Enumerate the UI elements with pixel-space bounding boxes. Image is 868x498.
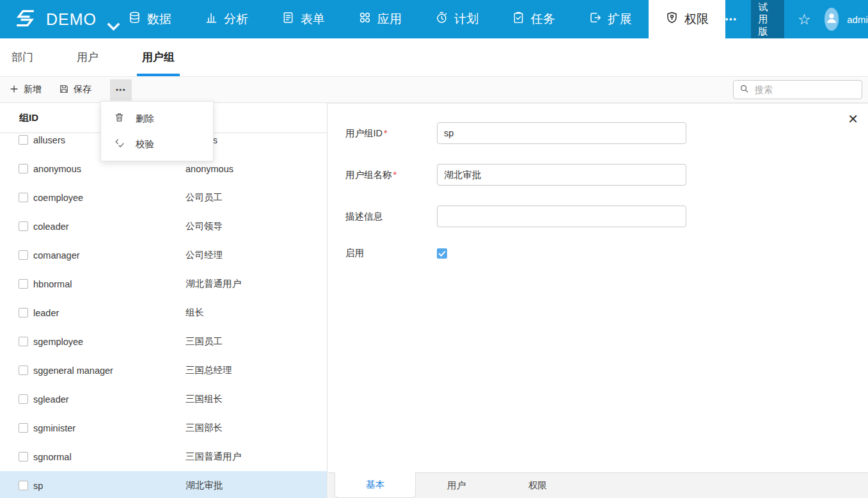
nav-item-schedule[interactable]: 计划 bbox=[418, 0, 495, 38]
group-id-cell: leader bbox=[33, 308, 59, 318]
form-field-group-name: 用户组名称* bbox=[345, 164, 686, 186]
nav-item-extension[interactable]: 扩展 bbox=[572, 0, 649, 38]
required-asterisk: * bbox=[393, 170, 397, 180]
trial-badge: 试用版 bbox=[751, 0, 784, 41]
group-row[interactable]: coemployee 公司员工 bbox=[0, 183, 327, 212]
topbar-nav: 数据 分析 表单 应用 计划 任务 扩展 权限 bbox=[111, 0, 725, 38]
nav-item-label: 应用 bbox=[377, 11, 402, 28]
app-logo-icon bbox=[14, 7, 36, 32]
save-icon bbox=[59, 84, 69, 96]
permission-icon bbox=[665, 11, 679, 28]
nav-item-label: 任务 bbox=[531, 11, 555, 28]
group-row[interactable]: sp 湖北审批 bbox=[0, 471, 327, 498]
group-row[interactable]: leader 组长 bbox=[0, 298, 327, 327]
menu-item-delete[interactable]: 删除 bbox=[101, 106, 213, 131]
section-tabbar: 部门用户用户组 bbox=[0, 38, 868, 77]
detail-tabbar: 基本用户权限 bbox=[328, 472, 868, 498]
column-header-group-id: 组ID bbox=[19, 112, 38, 124]
group-id-cell: sgemployee bbox=[33, 337, 83, 347]
group-row[interactable]: sgnormal 三国普通用户 bbox=[0, 442, 327, 471]
group-name-cell: 三国员工 bbox=[185, 335, 223, 348]
group-row[interactable]: sggeneral manager 三国总经理 bbox=[0, 356, 327, 385]
username-label: admin bbox=[847, 14, 868, 25]
avatar[interactable] bbox=[825, 8, 839, 31]
tab-users[interactable]: 用户 bbox=[72, 38, 104, 76]
extension-icon bbox=[588, 11, 602, 28]
topbar-right: ••• 试用版 ☆ admin bbox=[725, 0, 868, 38]
group-name-cell: 湖北审批 bbox=[185, 479, 223, 492]
save-button[interactable]: 保存 bbox=[59, 84, 91, 96]
row-checkbox[interactable] bbox=[19, 221, 28, 231]
trash-icon bbox=[114, 112, 125, 125]
row-checkbox[interactable] bbox=[19, 365, 28, 375]
nav-item-permission[interactable]: 权限 bbox=[649, 0, 725, 38]
row-checkbox[interactable] bbox=[19, 308, 28, 317]
nav-item-analytics[interactable]: 分析 bbox=[188, 0, 265, 38]
menu-item-label: 删除 bbox=[136, 113, 154, 125]
row-checkbox[interactable] bbox=[19, 193, 28, 202]
group-name-cell: 湖北普通用户 bbox=[185, 278, 241, 290]
menu-item-validate[interactable]: 校验 bbox=[101, 131, 213, 157]
topbar-more-button[interactable]: ••• bbox=[725, 15, 738, 24]
database-icon bbox=[128, 11, 141, 28]
group-name-cell: 三国组长 bbox=[185, 393, 223, 405]
tab-departments[interactable]: 部门 bbox=[6, 38, 38, 76]
group-name-input[interactable] bbox=[437, 164, 686, 186]
nav-item-label: 分析 bbox=[224, 11, 248, 28]
app-switcher[interactable]: DEMO bbox=[0, 0, 111, 38]
group-id-cell: sgminister bbox=[33, 423, 75, 433]
tab-user-groups[interactable]: 用户组 bbox=[137, 38, 180, 76]
app-window: DEMO 数据 分析 表单 应用 计划 任务 扩展 权限 ••• 试用版 ☆ bbox=[0, 0, 868, 498]
add-button[interactable]: 新增 bbox=[9, 84, 42, 96]
group-row[interactable]: sgemployee 三国员工 bbox=[0, 327, 327, 356]
toolbar-more-button[interactable]: ••• bbox=[110, 79, 132, 100]
row-checkbox[interactable] bbox=[19, 250, 28, 260]
group-name-cell: 三国部长 bbox=[185, 422, 223, 434]
close-icon[interactable]: ✕ bbox=[848, 113, 858, 125]
form-field-description: 描述信息 bbox=[345, 205, 686, 227]
group-id-cell: coleader bbox=[33, 221, 69, 232]
detail-tab-permissions[interactable]: 权限 bbox=[497, 473, 578, 498]
row-checkbox[interactable] bbox=[19, 279, 28, 289]
save-button-label: 保存 bbox=[74, 84, 91, 95]
group-row[interactable]: coleader 公司领导 bbox=[0, 212, 327, 241]
nav-item-tasks[interactable]: 任务 bbox=[495, 0, 572, 38]
group-list-panel: 组ID allusers allusers anonymous anonymou… bbox=[0, 103, 327, 498]
row-checkbox[interactable] bbox=[19, 135, 28, 145]
group-id-cell: comanager bbox=[33, 250, 80, 261]
group-list: allusers allusers anonymous anonymous co… bbox=[0, 125, 327, 498]
detail-form: 用户组ID* 用户组名称* 描述信息 启用 bbox=[345, 122, 686, 259]
row-checkbox[interactable] bbox=[19, 164, 28, 173]
group-id-cell: anonymous bbox=[33, 164, 81, 174]
user-icon bbox=[825, 11, 839, 28]
menu-item-label: 校验 bbox=[136, 138, 154, 150]
search-input[interactable] bbox=[754, 84, 856, 95]
star-icon[interactable]: ☆ bbox=[798, 12, 811, 27]
detail-tab-basic[interactable]: 基本 bbox=[335, 472, 416, 498]
nav-item-label: 计划 bbox=[454, 11, 478, 28]
row-checkbox[interactable] bbox=[19, 452, 28, 462]
row-checkbox[interactable] bbox=[19, 337, 28, 346]
row-checkbox[interactable] bbox=[19, 394, 28, 404]
description-input[interactable] bbox=[437, 205, 686, 227]
enabled-checkbox[interactable] bbox=[437, 248, 447, 259]
group-row[interactable]: sgleader 三国组长 bbox=[0, 385, 327, 414]
group-row[interactable]: sgminister 三国部长 bbox=[0, 414, 327, 442]
nav-item-label: 数据 bbox=[147, 11, 171, 28]
detail-panel: ✕ 用户组ID* 用户组名称* 描述信息 启用 基本用户权限 bbox=[328, 103, 868, 498]
nav-item-forms[interactable]: 表单 bbox=[265, 0, 342, 38]
detail-tab-users[interactable]: 用户 bbox=[416, 473, 497, 498]
group-name-cell: 三国普通用户 bbox=[185, 451, 241, 463]
form-icon bbox=[281, 11, 295, 28]
group-id-cell: sgleader bbox=[33, 394, 69, 405]
group-row[interactable]: comanager 公司经理 bbox=[0, 241, 327, 269]
nav-item-apps[interactable]: 应用 bbox=[342, 0, 418, 38]
nav-item-label: 扩展 bbox=[608, 11, 632, 28]
group-row[interactable]: hbnormal 湖北普通用户 bbox=[0, 269, 327, 298]
group-name-cell: anonymous bbox=[185, 164, 233, 174]
row-checkbox[interactable] bbox=[19, 481, 28, 490]
group-id-input[interactable] bbox=[437, 122, 686, 144]
field-label: 启用 bbox=[345, 247, 437, 259]
required-asterisk: * bbox=[384, 128, 388, 138]
row-checkbox[interactable] bbox=[19, 423, 28, 433]
